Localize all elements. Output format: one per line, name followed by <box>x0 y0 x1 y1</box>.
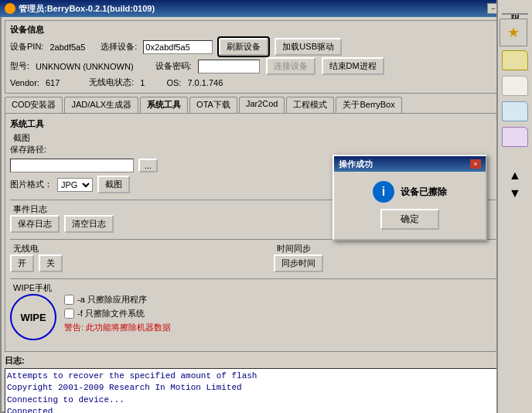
wireless-label: 无线电状态: <box>89 77 134 88</box>
format-select[interactable]: JPG PNG BMP <box>57 178 93 192</box>
connect-device-button: 连接设备 <box>266 57 315 75</box>
vendor-label: Vendor: <box>10 78 39 87</box>
refresh-device-button[interactable]: 刷新设备 <box>219 38 268 56</box>
log-area[interactable]: Attempts to recover the specified amount… <box>5 368 527 413</box>
main-window: 设备信息 设备PIN: 2abdf5a5 选择设备: 刷新设备 加载USB驱动 … <box>0 17 532 413</box>
screenshot-label: 截图 <box>13 132 522 144</box>
wipe-button[interactable]: WIPE <box>10 294 56 340</box>
wipe-section: WIPE手机 WIPE -a 只擦除应用程序 -f 只擦除文件系统 <box>10 282 522 340</box>
end-dm-button[interactable]: 结束DM进程 <box>322 57 384 75</box>
model-value: UNKNOWN (UNKNOWN) <box>36 62 133 71</box>
tab-cod[interactable]: COD安装器 <box>5 97 63 113</box>
tab-jar2cod[interactable]: Jar2Cod <box>239 97 285 113</box>
capture-button[interactable]: 截图 <box>97 176 130 193</box>
tab-bar: COD安装器 JAD/ALX生成器 系统工具 OTA下载 Jar2Cod 工程模… <box>5 97 527 113</box>
tab-engineering[interactable]: 工程模式 <box>286 97 334 113</box>
right-panel: 组织 ★ ▲ ▼ <box>496 0 532 413</box>
time-sync-section: 时间同步 同步时间 <box>274 243 522 275</box>
select-device-input[interactable] <box>143 40 213 54</box>
os-label: OS: <box>166 78 181 87</box>
pin-label: 设备PIN: <box>10 41 43 53</box>
window-title: 管理员:BerryBox-0.2.1(build:0109) <box>19 3 155 15</box>
wireless-value: 1 <box>140 78 145 87</box>
tab-ota[interactable]: OTA下载 <box>189 97 237 113</box>
app-icon <box>5 3 15 14</box>
select-label: 选择设备: <box>101 41 137 53</box>
folder-purple-icon[interactable] <box>502 127 528 147</box>
folder-blue-icon[interactable] <box>502 101 528 121</box>
vendor-value: 617 <box>46 78 60 87</box>
wireless-off-button[interactable]: 关 <box>39 254 63 272</box>
scroll-up-icon[interactable]: ▲ <box>500 169 530 183</box>
log-section: 日志: Attempts to recover the specified am… <box>5 355 527 413</box>
folder-gray-icon[interactable] <box>502 76 528 96</box>
tab-content-system: 系统工具 截图 保存路径: ... 图片格式： JPG PNG BMP 截图 <box>5 113 527 352</box>
wipe-label: WIPE手机 <box>13 282 522 294</box>
wipe-fs-checkbox[interactable] <box>64 309 74 319</box>
format-label: 图片格式： <box>10 179 53 190</box>
system-tools-title: 系统工具 <box>10 118 522 130</box>
wireless-time-row: 无线电 开 关 时间同步 同步时间 <box>10 243 522 275</box>
time-sync-label: 时间同步 <box>277 243 522 254</box>
save-log-button[interactable]: 保存日志 <box>10 215 60 233</box>
load-usb-button[interactable]: 加载USB驱动 <box>275 38 342 56</box>
folder-yellow-icon[interactable] <box>502 50 528 70</box>
event-log-section: 事件日志 保存日志 清空日志 <box>10 203 522 233</box>
tab-system[interactable]: 系统工具 <box>140 97 188 113</box>
star-icon[interactable]: ★ <box>500 19 527 46</box>
browse-button[interactable]: ... <box>138 159 158 172</box>
tab-about[interactable]: 关于BerryBox <box>336 97 401 113</box>
clear-log-button[interactable]: 清空日志 <box>64 215 114 233</box>
log-label: 日志: <box>5 355 527 367</box>
wireless-on-button[interactable]: 开 <box>10 254 34 272</box>
pin-value: 2abdf5a5 <box>49 43 85 52</box>
path-input[interactable] <box>10 159 134 172</box>
wipe-warning: 警告: 此功能将擦除机器数据 <box>64 322 171 333</box>
device-info-title: 设备信息 <box>10 24 522 36</box>
sync-time-button[interactable]: 同步时间 <box>274 254 323 272</box>
model-label: 型号: <box>10 60 29 72</box>
password-input[interactable] <box>198 60 260 73</box>
wipe-option-apps[interactable]: -a 只擦除应用程序 <box>64 294 171 305</box>
tab-jad[interactable]: JAD/ALX生成器 <box>64 97 138 113</box>
scroll-down-icon[interactable]: ▼ <box>500 186 530 200</box>
wipe-apps-checkbox[interactable] <box>64 295 74 305</box>
event-log-label: 事件日志 <box>13 203 522 215</box>
device-info-section: 设备信息 设备PIN: 2abdf5a5 选择设备: 刷新设备 加载USB驱动 … <box>5 20 527 94</box>
wireless-section-label: 无线电 <box>13 243 258 254</box>
title-bar: 管理员:BerryBox-0.2.1(build:0109) − □ × <box>0 0 532 17</box>
password-label: 设备密码: <box>155 60 192 72</box>
wipe-option-fs[interactable]: -f 只擦除文件系统 <box>64 308 171 319</box>
os-value: 7.0.1.746 <box>187 78 223 87</box>
path-label: 保存路径: <box>10 144 46 155</box>
wireless-section: 无线电 开 关 <box>10 243 258 275</box>
screenshot-section: 截图 保存路径: ... 图片格式： JPG PNG BMP 截图 <box>10 132 522 193</box>
